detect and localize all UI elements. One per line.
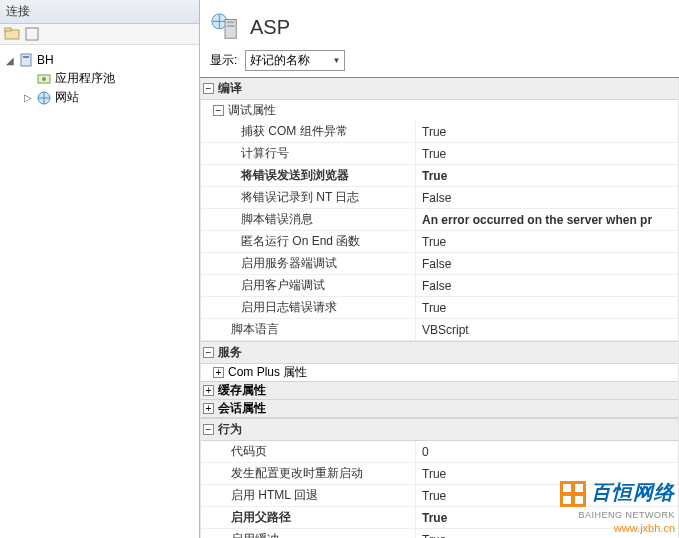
property-row[interactable]: 脚本语言VBScript — [201, 319, 678, 341]
property-value[interactable]: VBScript — [416, 321, 678, 339]
refresh-icon[interactable] — [24, 26, 40, 42]
property-row[interactable]: 匿名运行 On End 函数True — [201, 231, 678, 253]
category-row-complus[interactable]: +Com Plus 属性 — [201, 364, 678, 382]
property-label: 脚本语言 — [201, 319, 416, 340]
property-row[interactable]: 启用服务器端调试False — [201, 253, 678, 275]
property-row[interactable]: 捕获 COM 组件异常True — [201, 121, 678, 143]
property-label: 将错误记录到 NT 日志 — [201, 187, 416, 208]
property-value[interactable]: True — [416, 233, 678, 251]
tree-node-label: BH — [37, 53, 54, 67]
connections-toolbar — [0, 24, 199, 45]
expand-box-icon[interactable]: + — [203, 385, 214, 396]
tree-sites[interactable]: ▷ 网站 — [0, 88, 199, 107]
watermark-cn: 百恒网络 — [591, 481, 675, 503]
property-label: 启用缓冲 — [201, 529, 416, 538]
property-value[interactable]: False — [416, 189, 678, 207]
property-label: 发生配置更改时重新启动 — [201, 463, 416, 484]
property-label: 启用服务器端调试 — [201, 253, 416, 274]
server-icon — [18, 52, 34, 68]
property-label: 启用日志错误请求 — [201, 297, 416, 318]
property-row[interactable]: 代码页0 — [201, 441, 678, 463]
sites-icon — [36, 90, 52, 106]
collapse-box-icon[interactable]: − — [203, 83, 214, 94]
category-row-service[interactable]: − 服务 — [201, 341, 678, 364]
display-select-value: 好记的名称 — [250, 52, 310, 69]
content-header: ASP — [200, 0, 679, 48]
expand-box-icon[interactable]: + — [213, 367, 224, 378]
property-row[interactable]: 脚本错误消息An error occurred on the server wh… — [201, 209, 678, 231]
property-row[interactable]: 启用客户端调试False — [201, 275, 678, 297]
content-panel: ASP 显示: 好记的名称 ▼ − 编译 − 调试属性 捕获 COM 组件异常T… — [200, 0, 679, 538]
property-label: 代码页 — [201, 441, 416, 462]
collapse-box-icon[interactable]: − — [203, 347, 214, 358]
svg-rect-16 — [575, 496, 583, 504]
asp-icon — [210, 12, 240, 42]
category-label: 编译 — [218, 78, 242, 99]
app-pools-icon — [36, 71, 52, 87]
connections-tree: ◢ BH 应用程序池 ▷ 网站 — [0, 45, 199, 113]
property-label: 启用父路径 — [201, 507, 416, 528]
display-label: 显示: — [210, 52, 237, 69]
svg-rect-1 — [5, 28, 11, 31]
category-label: 调试属性 — [228, 100, 276, 121]
property-label: 捕获 COM 组件异常 — [201, 121, 416, 142]
tree-node-label: 网站 — [55, 89, 79, 106]
page-title: ASP — [250, 16, 290, 39]
property-value[interactable]: True — [416, 145, 678, 163]
property-label: 将错误发送到浏览器 — [201, 165, 416, 186]
collapse-box-icon[interactable]: − — [213, 105, 224, 116]
property-label: 匿名运行 On End 函数 — [201, 231, 416, 252]
tree-node-label: 应用程序池 — [55, 70, 115, 87]
category-row-debug[interactable]: − 调试属性 — [201, 100, 678, 121]
property-value[interactable]: True — [416, 299, 678, 317]
property-label: 启用 HTML 回退 — [201, 485, 416, 506]
category-row-session[interactable]: +会话属性 — [201, 400, 678, 418]
svg-rect-3 — [21, 54, 31, 66]
property-value[interactable]: True — [416, 123, 678, 141]
chevron-down-icon: ▼ — [332, 56, 340, 65]
expand-icon[interactable]: ▷ — [22, 92, 34, 104]
property-row[interactable]: 计算行号True — [201, 143, 678, 165]
property-row[interactable]: 启用日志错误请求True — [201, 297, 678, 319]
property-value[interactable]: False — [416, 255, 678, 273]
tree-app-pools[interactable]: 应用程序池 — [0, 69, 199, 88]
property-value[interactable]: 0 — [416, 443, 678, 461]
tree-server-node[interactable]: ◢ BH — [0, 51, 199, 69]
watermark-en: BAIHENG NETWORK — [560, 510, 675, 520]
watermark-url: www.jxbh.cn — [560, 522, 675, 534]
svg-rect-14 — [575, 484, 583, 492]
spacer-icon — [22, 73, 34, 85]
property-label: 计算行号 — [201, 143, 416, 164]
property-label: 启用客户端调试 — [201, 275, 416, 296]
property-value[interactable]: False — [416, 277, 678, 295]
expand-box-icon[interactable]: + — [203, 403, 214, 414]
category-row-behavior[interactable]: − 行为 — [201, 418, 678, 441]
property-value[interactable]: An error occurred on the server when pr — [416, 211, 678, 229]
collapse-icon[interactable]: ◢ — [4, 54, 16, 66]
category-label: 会话属性 — [218, 400, 266, 417]
property-row[interactable]: 将错误发送到浏览器True — [201, 165, 678, 187]
category-row-cache[interactable]: +缓存属性 — [201, 382, 678, 400]
watermark: 百恒网络 BAIHENG NETWORK www.jxbh.cn — [560, 479, 675, 534]
category-label: Com Plus 属性 — [228, 364, 307, 381]
property-value[interactable]: True — [416, 167, 678, 185]
display-select[interactable]: 好记的名称 ▼ — [245, 50, 345, 71]
svg-point-6 — [42, 77, 46, 81]
svg-rect-15 — [563, 496, 571, 504]
watermark-logo-icon — [560, 481, 586, 510]
property-row[interactable]: 将错误记录到 NT 日志False — [201, 187, 678, 209]
property-label: 脚本错误消息 — [201, 209, 416, 230]
connections-panel: 连接 ◢ BH 应用程序池 ▷ 网站 — [0, 0, 200, 538]
category-row-compile[interactable]: − 编译 — [201, 78, 678, 100]
display-filter-row: 显示: 好记的名称 ▼ — [200, 48, 679, 77]
svg-rect-4 — [23, 56, 29, 58]
svg-rect-10 — [227, 21, 235, 23]
property-grid[interactable]: − 编译 − 调试属性 捕获 COM 组件异常True 计算行号True 将错误… — [200, 77, 679, 538]
svg-rect-11 — [227, 25, 235, 27]
category-label: 服务 — [218, 342, 242, 363]
collapse-box-icon[interactable]: − — [203, 424, 214, 435]
svg-rect-2 — [26, 28, 38, 40]
folder-icon[interactable] — [4, 26, 20, 42]
connections-title: 连接 — [0, 0, 199, 24]
svg-rect-13 — [563, 484, 571, 492]
